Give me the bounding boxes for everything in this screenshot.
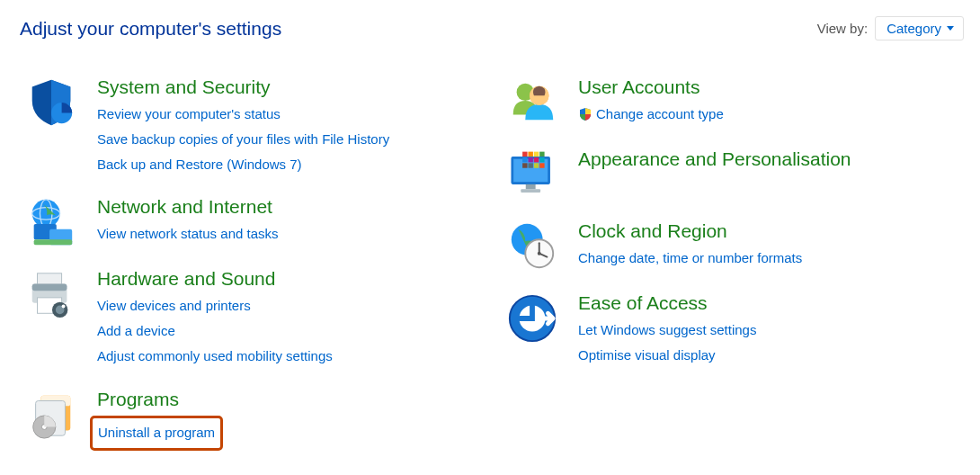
sublink[interactable]: Change date, time or number formats [578,246,964,271]
programs-disc-icon[interactable] [20,389,83,452]
category-body: Network and InternetView network status … [97,196,483,248]
category-title-link[interactable]: Clock and Region [578,220,964,242]
svg-rect-25 [526,184,536,189]
sublink[interactable]: Optimise visual display [578,343,964,368]
category-body: Appearance and Personalisation [578,148,964,201]
view-by-label: View by: [817,21,868,36]
network-globe-icon[interactable] [20,196,83,248]
svg-rect-28 [528,152,532,157]
svg-rect-26 [521,189,540,193]
chevron-down-icon [947,26,954,31]
view-by-dropdown[interactable]: Category [875,16,964,40]
category-title-link[interactable]: Programs [97,389,483,410]
svg-rect-24 [513,159,548,182]
category-body: Hardware and SoundView devices and print… [97,268,483,368]
svg-point-1 [32,200,60,228]
category-body: System and SecurityReview your computer'… [97,76,483,176]
svg-rect-34 [539,157,544,162]
sublink[interactable]: Change account type [578,102,964,127]
svg-rect-7 [38,273,62,286]
category-title-link[interactable]: System and Security [97,76,483,98]
svg-rect-35 [522,163,527,167]
svg-rect-30 [539,152,544,157]
sublink-label: View devices and printers [97,293,251,318]
sublink[interactable]: Back up and Restore (Windows 7) [97,152,483,177]
highlight-box: Uninstall a program [90,416,223,452]
svg-point-13 [62,305,66,309]
sublink-label: Back up and Restore (Windows 7) [97,152,302,177]
view-by-value: Category [886,21,941,36]
sublink-label: Adjust commonly used mobility settings [97,344,333,369]
category: Network and InternetView network status … [20,196,483,248]
page-title: Adjust your computer's settings [20,18,281,40]
security-shield-icon[interactable] [20,76,83,176]
category-body: Clock and RegionChange date, time or num… [578,220,964,273]
category-body: Ease of AccessLet Windows suggest settin… [578,292,964,368]
category-title-link[interactable]: User Accounts [578,76,964,98]
svg-rect-33 [534,157,539,162]
sublink[interactable]: View devices and printers [97,293,483,318]
sublink-label: Change date, time or number formats [578,246,802,271]
category-title-link[interactable]: Network and Internet [97,196,483,218]
svg-rect-31 [522,157,527,162]
category: Appearance and Personalisation [501,148,964,201]
svg-rect-36 [528,163,532,167]
svg-rect-6 [34,240,73,246]
category-body: User Accounts Change account type [578,76,964,129]
sublink-label: View network status and tasks [97,221,279,246]
category: User Accounts Change account type [501,76,964,129]
category-body: ProgramsUninstall a program [97,389,483,452]
right-column: User Accounts Change account type [501,76,964,471]
svg-rect-37 [534,163,539,167]
category-title-link[interactable]: Appearance and Personalisation [578,148,964,170]
sublink[interactable]: Save backup copies of your files with Fi… [97,127,483,152]
appearance-monitor-icon[interactable] [501,148,564,201]
sublink[interactable]: View network status and tasks [97,221,483,246]
svg-point-43 [538,252,541,255]
sublink[interactable]: Adjust commonly used mobility settings [97,344,483,369]
sublink-label: Add a device [97,318,175,344]
svg-rect-27 [522,152,527,157]
category: System and SecurityReview your computer'… [20,76,483,176]
sublink[interactable]: Uninstall a program [98,420,215,445]
left-column: System and SecurityReview your computer'… [20,76,483,471]
category: Hardware and SoundView devices and print… [20,268,483,368]
svg-rect-29 [534,152,539,157]
sublink-label: Uninstall a program [98,420,215,445]
sublink-label: Change account type [596,102,724,127]
view-by-container: View by: Category [817,16,964,40]
svg-rect-9 [32,284,67,291]
sublink-label: Save backup copies of your files with Fi… [97,127,389,152]
category: ProgramsUninstall a program [20,389,483,452]
sublink[interactable]: Add a device [97,318,483,344]
uac-shield-icon [578,107,592,121]
sublink[interactable]: Review your computer's status [97,102,483,127]
user-accounts-icon[interactable] [501,76,564,129]
svg-rect-38 [539,163,544,167]
sublink-label: Review your computer's status [97,102,281,127]
category: Clock and RegionChange date, time or num… [501,220,964,273]
category: Ease of AccessLet Windows suggest settin… [501,292,964,368]
clock-globe-icon[interactable] [501,220,564,273]
ease-of-access-icon[interactable] [501,292,564,368]
sublink-label: Optimise visual display [578,343,716,368]
svg-rect-32 [528,157,532,162]
sublink[interactable]: Let Windows suggest settings [578,318,964,343]
category-title-link[interactable]: Ease of Access [578,292,964,314]
sublink-label: Let Windows suggest settings [578,318,756,343]
hardware-printer-icon[interactable] [20,268,83,368]
category-title-link[interactable]: Hardware and Sound [97,268,483,290]
